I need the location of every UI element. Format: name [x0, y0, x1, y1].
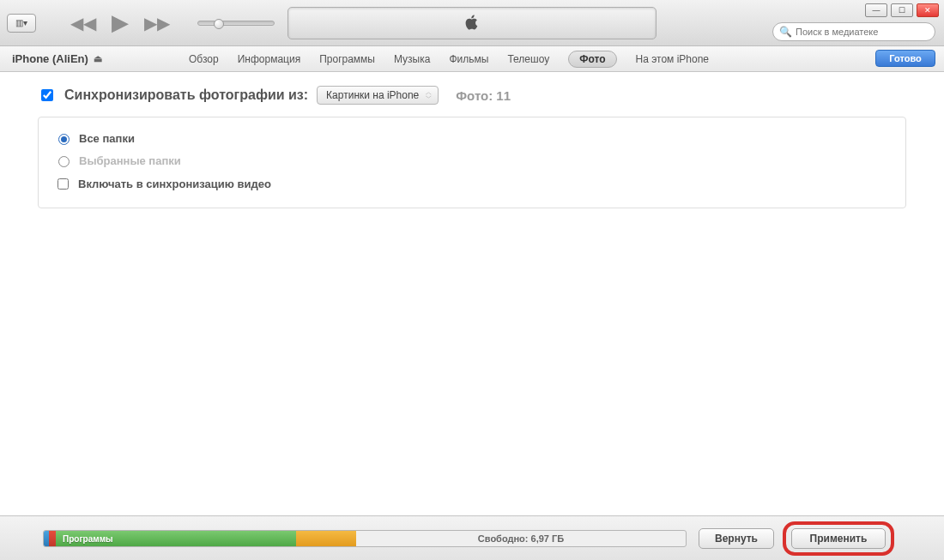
- photo-source-dropdown[interactable]: Картинки на iPhone: [317, 86, 439, 105]
- minimize-window-button[interactable]: —: [865, 3, 887, 17]
- tab-photos[interactable]: Фото: [568, 51, 616, 68]
- photos-pane: Синхронизировать фотографии из: Картинки…: [0, 72, 944, 208]
- maximize-window-button[interactable]: ☐: [891, 3, 913, 17]
- device-tabs: Обзор Информация Программы Музыка Фильмы…: [189, 51, 709, 68]
- done-button[interactable]: Готово: [875, 50, 935, 67]
- volume-knob[interactable]: [214, 19, 224, 29]
- lcd-status-display: [287, 7, 657, 39]
- all-folders-label: Все папки: [79, 132, 135, 145]
- capacity-segment-other: [296, 531, 356, 546]
- play-button[interactable]: ▶: [112, 9, 129, 36]
- revert-button[interactable]: Вернуть: [699, 528, 774, 549]
- playback-controls: ◀◀ ▶ ▶▶: [70, 9, 275, 36]
- search-input[interactable]: [772, 22, 935, 41]
- device-nav-bar: iPhone (AliEn) ⏏ Обзор Информация Програ…: [0, 46, 944, 72]
- apple-logo-icon: [463, 13, 481, 34]
- selected-folders-radio[interactable]: [58, 156, 70, 167]
- apply-button[interactable]: Применить: [791, 528, 886, 549]
- bottom-bar: Программы Свободно: 6,97 ГБ Вернуть Прим…: [0, 515, 944, 560]
- sync-photos-title: Синхронизировать фотографии из:: [64, 87, 308, 103]
- device-name: iPhone (AliEn) ⏏: [12, 52, 102, 65]
- capacity-segment-video: [49, 531, 56, 546]
- capacity-segment-free: Свободно: 6,97 ГБ: [356, 531, 686, 546]
- tab-movies[interactable]: Фильмы: [449, 53, 488, 65]
- window-controls: — ☐ ✕: [865, 3, 939, 17]
- library-view-toggle-button[interactable]: ▥▾: [7, 14, 36, 33]
- include-video-checkbox[interactable]: [57, 178, 69, 190]
- capacity-bar[interactable]: Программы Свободно: 6,97 ГБ: [43, 530, 687, 547]
- top-toolbar: ▥▾ ◀◀ ▶ ▶▶ 🔍 — ☐ ✕: [0, 0, 944, 46]
- all-folders-radio[interactable]: [58, 134, 70, 145]
- tab-on-this-iphone[interactable]: На этом iPhone: [636, 53, 710, 65]
- option-all-folders-row: Все папки: [54, 131, 890, 145]
- tab-info[interactable]: Информация: [238, 53, 300, 65]
- photo-count-label: Фото: 11: [456, 88, 511, 103]
- tab-apps[interactable]: Программы: [319, 53, 375, 65]
- sync-options-box: Все папки Выбранные папки Включать в син…: [38, 117, 906, 208]
- sync-photos-checkbox[interactable]: [41, 89, 53, 101]
- selected-folders-label: Выбранные папки: [79, 154, 181, 167]
- tab-music[interactable]: Музыка: [394, 53, 430, 65]
- search-wrap: 🔍: [772, 22, 935, 41]
- option-selected-folders-row: Выбранные папки: [54, 154, 890, 167]
- tab-overview[interactable]: Обзор: [189, 53, 219, 65]
- include-video-label: Включать в синхронизацию видео: [78, 178, 271, 190]
- capacity-segment-apps: Программы: [56, 531, 296, 546]
- previous-track-button[interactable]: ◀◀: [70, 13, 96, 33]
- close-window-button[interactable]: ✕: [917, 3, 939, 17]
- photo-source-value: Картинки на iPhone: [326, 89, 419, 101]
- tab-tvshows[interactable]: Телешоу: [507, 53, 549, 65]
- eject-icon[interactable]: ⏏: [94, 53, 102, 64]
- apply-button-highlight: Применить: [783, 521, 894, 556]
- next-track-button[interactable]: ▶▶: [144, 13, 170, 33]
- option-include-video-row: Включать в синхронизацию видео: [54, 176, 890, 192]
- search-icon: 🔍: [779, 26, 792, 38]
- volume-slider[interactable]: [197, 21, 275, 26]
- sync-header: Синхронизировать фотографии из: Картинки…: [38, 86, 906, 105]
- device-name-label: iPhone (AliEn): [12, 52, 88, 65]
